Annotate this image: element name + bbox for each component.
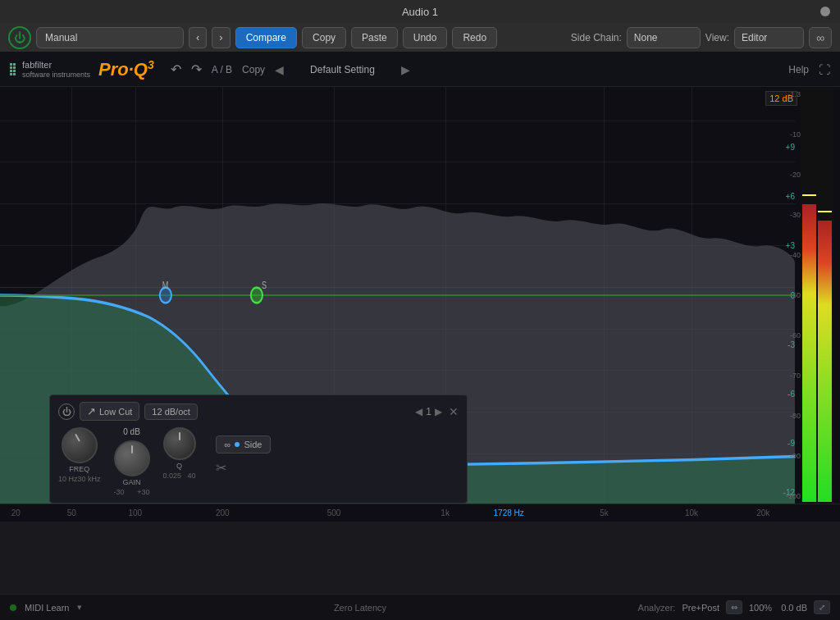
freq-label: FREQ — [69, 465, 89, 473]
next-preset-icon[interactable]: ▶ — [401, 63, 410, 76]
analyzer-value[interactable]: Pre+Post — [682, 603, 719, 613]
q-knob[interactable] — [163, 427, 196, 460]
freq-100: 100 — [128, 508, 142, 517]
freq-5k: 5k — [600, 508, 609, 517]
side-dot — [235, 442, 240, 447]
undo-button[interactable]: Undo — [403, 27, 448, 48]
status-indicator — [10, 604, 16, 611]
level-meter: -1.3 -10 -20 -30 -40 -50 -60 -70 -80 -90… — [801, 87, 833, 504]
plugin-header: fabfilter software instruments Pro·Q3 ↶ … — [0, 52, 840, 87]
side-link-icon: ∞ — [225, 440, 231, 449]
close-button[interactable] — [820, 7, 830, 16]
compare-button[interactable]: Compare — [235, 27, 297, 48]
band-power-button[interactable]: ⏻ — [58, 403, 75, 420]
filter-type-label: Low Cut — [99, 407, 132, 417]
plugin-area: fabfilter software instruments Pro·Q3 ↶ … — [0, 52, 840, 594]
copy-button[interactable]: Copy — [302, 27, 346, 48]
freq-ruler-inner: 20 50 100 200 500 1k 1728 Hz 5k 10k 20k — [0, 504, 795, 522]
meter-right — [818, 89, 832, 502]
slope-button[interactable]: 12 dB/oct — [144, 403, 197, 420]
midi-learn-button[interactable]: MIDI Learn — [25, 603, 69, 613]
side-controls: ∞ Side ✂ — [216, 427, 272, 476]
power-button[interactable]: ⏻ — [8, 26, 31, 49]
logo-proq: Pro·Q3 — [98, 58, 154, 80]
expand-button[interactable]: ⛶ — [819, 63, 830, 76]
gain-knob-group: 0 dB GAIN -30 +30 — [114, 427, 150, 496]
zoom-button[interactable]: ⇔ — [726, 600, 742, 614]
analyzer-label: Analyzer: — [638, 603, 676, 613]
ab-label: A / B — [212, 64, 232, 75]
freq-range: 10 Hz 30 kHz — [58, 475, 101, 483]
status-right: Analyzer: Pre+Post ⇔ 100% 0.0 dB ⤢ — [638, 600, 830, 614]
svg-text:M: M — [162, 280, 169, 291]
freq-50: 50 — [67, 508, 76, 517]
band-close-button[interactable]: ✕ — [449, 405, 459, 418]
plugin-logo: fabfilter software instruments Pro·Q3 — [10, 58, 154, 80]
next-preset-button[interactable]: › — [212, 27, 230, 48]
midi-dropdown-button[interactable]: ▾ — [77, 602, 82, 613]
paste-button[interactable]: Paste — [351, 27, 398, 48]
top-toolbar: ⏻ Manual ‹ › Compare Copy Paste Undo Red… — [0, 23, 840, 52]
view-label: View: — [705, 32, 729, 43]
meter-scale-top: -1.3 — [778, 90, 801, 98]
band-nav: ◀ 1 ▶ ✕ — [415, 405, 459, 418]
gain-value-top: 0 dB — [123, 427, 140, 439]
freq-knob[interactable] — [62, 427, 98, 463]
status-bar: MIDI Learn ▾ Zero Latency Analyzer: Pre+… — [0, 594, 840, 620]
band-number: 1 — [426, 406, 431, 417]
prev-preset-button[interactable]: ‹ — [189, 27, 207, 48]
redo-icon-button[interactable]: ↷ — [191, 62, 202, 77]
band-next-button[interactable]: ▶ — [435, 406, 442, 417]
band-panel-header: ⏻ ↗ Low Cut 12 dB/oct ◀ 1 ▶ ✕ — [58, 402, 459, 421]
prev-preset-icon[interactable]: ◀ — [275, 63, 284, 76]
gain-label: GAIN — [123, 478, 141, 486]
view-dropdown[interactable]: Editor — [734, 27, 804, 48]
logo-software: software instruments — [22, 71, 90, 79]
freq-500: 500 — [327, 508, 341, 517]
gain-max: +30 — [137, 488, 149, 496]
filter-type-button[interactable]: ↗ Low Cut — [80, 402, 139, 421]
gain-min: -30 — [114, 488, 125, 496]
logo-fabfilter: fabfilter — [22, 60, 52, 70]
freq-max: 30 kHz — [78, 475, 101, 483]
redo-button[interactable]: Redo — [452, 27, 497, 48]
q-knob-group: Q 0.025 40 — [163, 427, 196, 480]
link-icon: ∞ — [816, 31, 824, 44]
preset-dropdown[interactable]: Manual — [36, 27, 184, 48]
q-range: 0.025 40 — [163, 472, 196, 480]
side-label: Side — [244, 440, 262, 449]
svg-point-3 — [251, 288, 262, 303]
sidechain-label: Side Chain: — [571, 32, 622, 43]
window-title: Audio 1 — [402, 6, 438, 18]
freq-knob-group: FREQ 10 Hz 30 kHz — [58, 427, 101, 483]
eq-display[interactable]: M S +12 +9 +6 +3 0 -3 -6 -9 -12 12 dB -1… — [0, 87, 840, 504]
band-panel: ⏻ ↗ Low Cut 12 dB/oct ◀ 1 ▶ ✕ — [49, 394, 468, 504]
band-prev-button[interactable]: ◀ — [415, 406, 422, 417]
link-button[interactable]: ∞ — [809, 27, 832, 48]
freq-ruler: 20 50 100 200 500 1k 1728 Hz 5k 10k 20k — [0, 504, 840, 522]
filter-icon: ↗ — [87, 405, 96, 417]
sidechain-dropdown[interactable]: None — [627, 27, 701, 48]
side-button[interactable]: ∞ Side — [216, 435, 272, 454]
knobs-row: FREQ 10 Hz 30 kHz 0 dB GAIN -30 +30 — [58, 427, 459, 496]
freq-min: 10 Hz — [58, 475, 78, 483]
plugin-copy-label[interactable]: Copy — [242, 64, 265, 75]
logo-grid — [10, 63, 16, 75]
expand-button[interactable]: ⤢ — [814, 600, 830, 614]
preset-name: Default Setting — [294, 64, 391, 75]
freq-1k: 1k — [441, 508, 450, 517]
q-min: 0.025 — [163, 472, 182, 480]
gain-knob[interactable] — [114, 440, 150, 476]
gain-range: -30 +30 — [114, 488, 150, 496]
scissors-button[interactable]: ✂ — [216, 460, 226, 476]
freq-20k: 20k — [756, 508, 769, 517]
undo-icon-button[interactable]: ↶ — [171, 62, 181, 77]
freq-current: 1728 Hz — [494, 508, 524, 517]
help-button[interactable]: Help — [788, 64, 809, 75]
meter-left — [802, 89, 816, 502]
title-bar: Audio 1 — [0, 0, 840, 23]
q-max: 40 — [188, 472, 196, 480]
freq-10k: 10k — [685, 508, 698, 517]
plugin-header-controls: ↶ ↷ A / B Copy ◀ Default Setting ▶ — [171, 62, 410, 77]
latency-label: Zero Latency — [90, 603, 629, 613]
